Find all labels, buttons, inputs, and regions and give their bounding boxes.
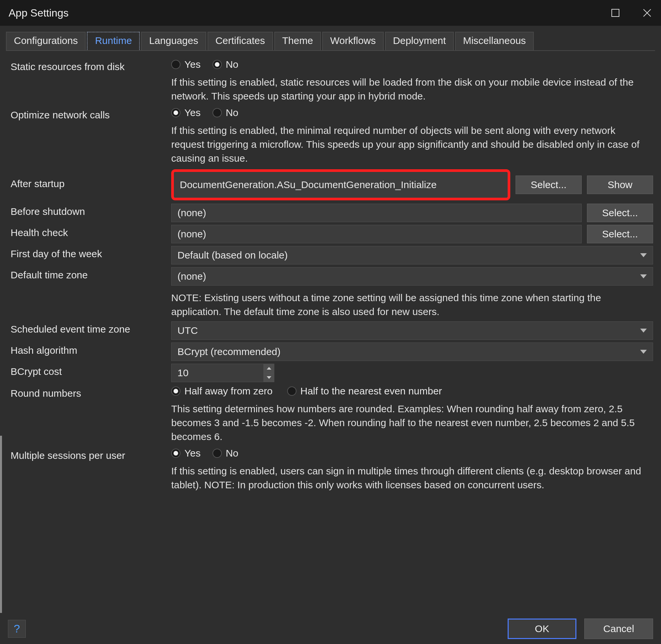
after-startup-show-button[interactable]: Show bbox=[587, 176, 653, 194]
tab-miscellaneous[interactable]: Miscellaneous bbox=[455, 32, 534, 50]
multi-sessions-yes-radio[interactable]: Yes bbox=[171, 447, 200, 459]
tab-languages[interactable]: Languages bbox=[141, 32, 206, 50]
sched-tz-select[interactable]: UTC bbox=[171, 321, 653, 340]
default-tz-value: (none) bbox=[178, 271, 206, 282]
tab-deployment[interactable]: Deployment bbox=[385, 32, 454, 50]
multi-sessions-no-radio[interactable]: No bbox=[213, 447, 238, 459]
tabstrip: Configurations Runtime Languages Certifi… bbox=[0, 26, 661, 50]
static-resources-label: Static resources from disk bbox=[10, 59, 165, 73]
hash-algo-value: BCrypt (recommended) bbox=[178, 346, 281, 358]
window-title: App Settings bbox=[8, 7, 608, 19]
help-button[interactable]: ? bbox=[8, 620, 26, 638]
after-startup-field[interactable]: DocumentGeneration.ASu_DocumentGeneratio… bbox=[171, 169, 510, 200]
first-day-label: First day of the week bbox=[10, 246, 165, 260]
multi-sessions-desc: If this setting is enabled, users can si… bbox=[171, 464, 653, 492]
chevron-down-icon bbox=[640, 253, 647, 257]
after-startup-select-button[interactable]: Select... bbox=[516, 176, 582, 194]
sched-tz-label: Scheduled event time zone bbox=[10, 321, 165, 335]
default-tz-select[interactable]: (none) bbox=[171, 267, 653, 285]
bcrypt-cost-spinner[interactable]: 10 bbox=[171, 364, 274, 382]
radio-label: No bbox=[226, 107, 238, 118]
runtime-settings-panel: Static resources from disk Yes No If thi… bbox=[0, 51, 661, 606]
tab-theme[interactable]: Theme bbox=[274, 32, 321, 50]
after-startup-label: After startup bbox=[10, 169, 165, 190]
health-check-select-button[interactable]: Select... bbox=[587, 225, 653, 243]
dialog-footer: ? OK Cancel bbox=[0, 613, 661, 644]
hash-algo-label: Hash algorithm bbox=[10, 343, 165, 356]
before-shutdown-value: (none) bbox=[178, 207, 206, 218]
before-shutdown-field[interactable]: (none) bbox=[171, 204, 582, 222]
default-tz-label: Default time zone bbox=[10, 267, 165, 281]
optimize-network-radio-group: Yes No bbox=[171, 107, 238, 118]
radio-label: Yes bbox=[184, 447, 200, 459]
round-half-away-radio[interactable]: Half away from zero bbox=[171, 386, 273, 397]
hash-algo-select[interactable]: BCrypt (recommended) bbox=[171, 343, 653, 361]
health-check-value: (none) bbox=[178, 228, 206, 240]
spinner-down-button[interactable] bbox=[264, 373, 274, 382]
svg-rect-0 bbox=[612, 9, 619, 17]
tab-certificates[interactable]: Certificates bbox=[208, 32, 273, 50]
optimize-network-yes-radio[interactable]: Yes bbox=[171, 107, 200, 118]
static-resources-no-radio[interactable]: No bbox=[213, 59, 238, 70]
after-startup-value: DocumentGeneration.ASu_DocumentGeneratio… bbox=[180, 179, 436, 190]
maximize-button[interactable] bbox=[608, 5, 623, 21]
radio-label: No bbox=[226, 59, 238, 70]
radio-label: Yes bbox=[184, 59, 200, 70]
tab-workflows[interactable]: Workflows bbox=[322, 32, 384, 50]
cancel-button[interactable]: Cancel bbox=[584, 619, 653, 639]
optimize-network-no-radio[interactable]: No bbox=[213, 107, 238, 118]
chevron-down-icon bbox=[640, 274, 647, 278]
round-numbers-label: Round numbers bbox=[10, 386, 165, 399]
first-day-select[interactable]: Default (based on locale) bbox=[171, 246, 653, 264]
health-check-field[interactable]: (none) bbox=[171, 225, 582, 243]
before-shutdown-label: Before shutdown bbox=[10, 204, 165, 217]
round-numbers-desc: This setting determines how numbers are … bbox=[171, 402, 653, 444]
before-shutdown-select-button[interactable]: Select... bbox=[587, 204, 653, 222]
spinner-up-button[interactable] bbox=[264, 364, 274, 373]
bcrypt-cost-label: BCrypt cost bbox=[10, 364, 165, 377]
radio-label: Half away from zero bbox=[184, 386, 273, 397]
static-resources-radio-group: Yes No bbox=[171, 59, 238, 70]
window-controls bbox=[608, 5, 655, 21]
sched-tz-value: UTC bbox=[178, 325, 198, 336]
help-icon: ? bbox=[14, 622, 20, 635]
ok-button[interactable]: OK bbox=[507, 619, 576, 639]
radio-label: Yes bbox=[184, 107, 200, 118]
chevron-down-icon bbox=[640, 350, 647, 354]
bcrypt-cost-value: 10 bbox=[178, 367, 188, 378]
scrollbar-edge bbox=[0, 436, 2, 641]
round-numbers-radio-group: Half away from zero Half to the nearest … bbox=[171, 386, 442, 397]
optimize-network-label: Optimize network calls bbox=[10, 107, 165, 121]
default-tz-desc: NOTE: Existing users without a time zone… bbox=[171, 291, 653, 319]
static-resources-desc: If this setting is enabled, static resou… bbox=[171, 75, 653, 103]
close-button[interactable] bbox=[639, 5, 655, 21]
radio-label: No bbox=[226, 447, 238, 459]
tab-runtime[interactable]: Runtime bbox=[87, 32, 140, 50]
multi-sessions-radio-group: Yes No bbox=[171, 447, 238, 459]
first-day-value: Default (based on locale) bbox=[178, 250, 288, 261]
round-half-even-radio[interactable]: Half to the nearest even number bbox=[287, 386, 442, 397]
radio-label: Half to the nearest even number bbox=[301, 386, 442, 397]
titlebar: App Settings bbox=[0, 0, 661, 26]
multi-sessions-label: Multiple sessions per user bbox=[10, 447, 165, 461]
static-resources-yes-radio[interactable]: Yes bbox=[171, 59, 200, 70]
chevron-down-icon bbox=[640, 329, 647, 332]
health-check-label: Health check bbox=[10, 225, 165, 239]
optimize-network-desc: If this setting is enabled, the minimal … bbox=[171, 124, 653, 165]
tab-configurations[interactable]: Configurations bbox=[6, 32, 86, 50]
